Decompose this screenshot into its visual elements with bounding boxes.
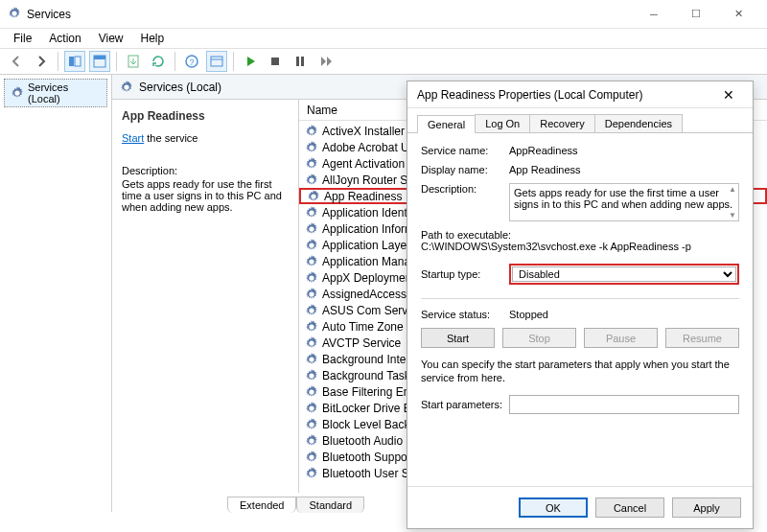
description-scrollbar[interactable]: ▲▼ <box>728 185 737 220</box>
gear-icon <box>305 271 318 285</box>
forward-button[interactable] <box>31 51 52 72</box>
svg-rect-1 <box>69 57 74 66</box>
display-name-label: Display name: <box>421 164 509 175</box>
gear-icon <box>305 451 318 464</box>
back-button[interactable] <box>6 51 27 72</box>
cancel-button[interactable]: Cancel <box>595 497 664 518</box>
svg-rect-4 <box>94 56 105 59</box>
startup-type-highlight: Disabled <box>509 264 739 285</box>
dialog-title: App Readiness Properties (Local Computer… <box>417 88 714 102</box>
dialog-close-button[interactable]: ✕ <box>714 87 743 103</box>
refresh-button[interactable] <box>148 51 169 72</box>
svg-rect-2 <box>75 57 81 66</box>
pause-button: Pause <box>584 328 658 348</box>
svg-rect-10 <box>271 58 279 65</box>
display-name-value: App Readiness <box>509 164 739 175</box>
gear-icon <box>307 190 320 203</box>
tab-logon[interactable]: Log On <box>475 114 530 132</box>
tab-dependencies[interactable]: Dependencies <box>594 114 683 132</box>
service-row-label: App Readiness <box>324 190 402 203</box>
gear-icon <box>305 418 318 431</box>
dialog-footer: OK Cancel Apply <box>407 486 753 528</box>
help-button[interactable]: ? <box>181 51 202 72</box>
gear-icon <box>305 385 318 399</box>
gear-icon <box>305 467 318 480</box>
gear-icon <box>305 125 318 138</box>
menu-view[interactable]: View <box>91 30 131 47</box>
startup-type-select[interactable]: Disabled <box>512 266 736 282</box>
tree-root-item[interactable]: Services (Local) <box>4 79 107 107</box>
dialog-description-box: Gets apps ready for use the first time a… <box>509 183 739 221</box>
svg-rect-8 <box>211 57 222 66</box>
stop-service-button[interactable] <box>265 51 286 72</box>
gear-icon <box>305 255 318 268</box>
gear-icon <box>305 206 318 220</box>
apply-button[interactable]: Apply <box>672 497 741 518</box>
gear-icon <box>305 288 318 301</box>
svg-rect-12 <box>301 57 304 66</box>
gear-icon <box>305 434 318 448</box>
start-service-button[interactable] <box>240 51 261 72</box>
service-status-label: Service status: <box>421 309 509 320</box>
gear-icon <box>305 141 318 154</box>
properties-button[interactable] <box>206 51 227 72</box>
tree-root-label: Services (Local) <box>28 81 101 104</box>
service-status-value: Stopped <box>509 309 739 320</box>
start-params-label: Start parameters: <box>421 399 509 410</box>
restart-service-button[interactable] <box>314 51 336 72</box>
gear-icon <box>305 336 318 350</box>
dialog-description-text: Gets apps ready for use the first time a… <box>514 187 732 210</box>
stop-button: Stop <box>502 328 576 348</box>
gear-icon <box>305 320 318 334</box>
tab-general[interactable]: General <box>417 115 476 133</box>
start-button[interactable]: Start <box>421 328 495 348</box>
toolbar: ? <box>0 48 767 75</box>
service-row-label: Application Identity <box>322 206 419 220</box>
close-button[interactable]: ✕ <box>717 0 759 29</box>
svg-text:?: ? <box>189 58 194 67</box>
gear-icon <box>305 239 318 252</box>
menu-help[interactable]: Help <box>133 30 173 47</box>
detail-column: App Readiness Start the service Descript… <box>112 100 299 493</box>
tab-recovery[interactable]: Recovery <box>529 114 594 132</box>
start-params-input[interactable] <box>509 395 739 414</box>
window-title: Services <box>27 8 633 21</box>
gear-icon <box>305 353 318 366</box>
description-text: Gets apps ready for use the first time a… <box>122 178 291 213</box>
properties-dialog: App Readiness Properties (Local Computer… <box>407 81 754 529</box>
gear-icon <box>305 304 318 317</box>
path-label: Path to executable: <box>421 229 739 241</box>
service-name-value: AppReadiness <box>509 145 739 156</box>
gear-icon <box>305 402 318 415</box>
start-params-note: You can specify the start parameters tha… <box>421 358 739 385</box>
tab-standard[interactable]: Standard <box>296 497 364 513</box>
tree-pane: Services (Local) <box>0 75 112 512</box>
menu-file[interactable]: File <box>6 30 39 47</box>
gear-icon <box>305 173 318 187</box>
window-titlebar: Services ─ ☐ ✕ <box>0 0 767 29</box>
export-button[interactable] <box>123 51 144 72</box>
dialog-description-label: Description: <box>421 183 509 221</box>
gear-icon <box>305 222 318 236</box>
description-label: Description: <box>122 165 291 176</box>
maximize-button[interactable]: ☐ <box>675 0 717 29</box>
start-suffix: the service <box>144 132 198 144</box>
minimize-button[interactable]: ─ <box>633 0 675 29</box>
gear-icon <box>305 157 318 171</box>
service-name-label: Service name: <box>421 145 509 156</box>
svg-rect-11 <box>296 57 299 66</box>
dialog-tabs: General Log On Recovery Dependencies <box>407 108 753 133</box>
toolbar-icon-2[interactable] <box>89 51 110 72</box>
show-hide-tree-button[interactable] <box>64 51 85 72</box>
gear-icon <box>305 369 318 382</box>
tab-extended[interactable]: Extended <box>227 497 296 513</box>
dialog-titlebar: App Readiness Properties (Local Computer… <box>407 81 753 108</box>
pause-service-button[interactable] <box>290 51 311 72</box>
menu-action[interactable]: Action <box>41 30 88 47</box>
pane-header-label: Services (Local) <box>139 81 221 94</box>
selected-service-name: App Readiness <box>122 109 291 123</box>
start-service-link[interactable]: Start <box>122 132 144 144</box>
ok-button[interactable]: OK <box>519 497 588 518</box>
path-value: C:\WINDOWS\System32\svchost.exe -k AppRe… <box>421 241 739 252</box>
service-row-label: AVCTP Service <box>322 336 401 350</box>
